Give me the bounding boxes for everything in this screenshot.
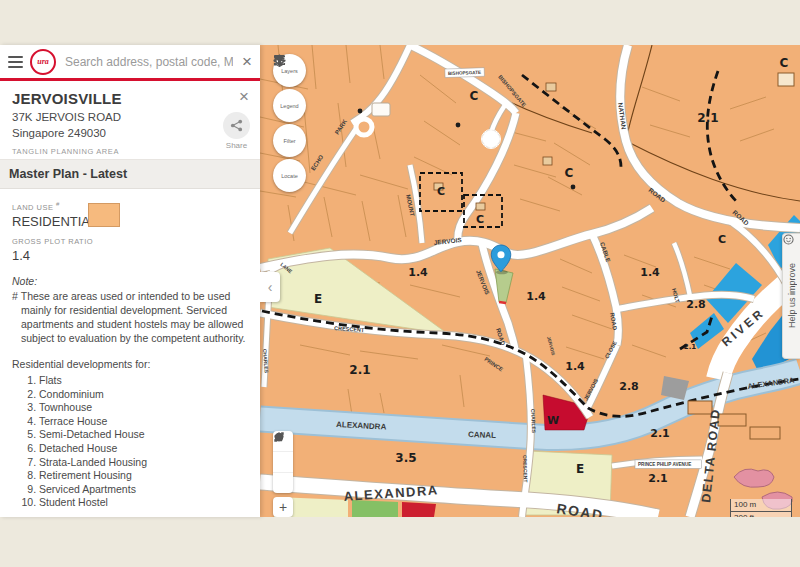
development-item: Terrace House [39, 415, 248, 427]
svg-text:2.8: 2.8 [686, 298, 706, 311]
svg-text:2.1: 2.1 [650, 427, 670, 440]
share-button[interactable]: Share [223, 112, 250, 150]
scale-imperial: 300 ft [730, 512, 792, 517]
developments-block: Residential developments for: FlatsCondo… [12, 358, 248, 508]
map-canvas[interactable]: JERVOISBISHOPSGATEBISHOPSGATENATHANROADR… [260, 45, 800, 517]
smiley-icon [783, 234, 794, 245]
sidebar: ura × JERVOISVILLE × 37K JERVOIS ROAD Si… [0, 45, 260, 517]
development-item: Student Hostel [39, 496, 248, 508]
svg-text:E: E [314, 292, 322, 306]
locate-button[interactable]: Locate [273, 159, 306, 192]
development-item: Townhouse [39, 401, 248, 413]
circle-icon [273, 431, 285, 443]
development-item: Detached House [39, 442, 248, 454]
svg-text:1.4: 1.4 [565, 360, 585, 373]
svg-text:C: C [780, 56, 789, 70]
property-address-line1: 37K JERVOIS ROAD [12, 110, 248, 126]
planning-area-label: TANGLIN PLANNING AREA [12, 147, 248, 156]
note-block: Note: # These are areas used or intended… [12, 275, 248, 347]
zoom-in-button[interactable]: + [273, 497, 293, 517]
development-list: FlatsCondominiumTownhouseTerrace HouseSe… [12, 374, 248, 508]
svg-text:C: C [476, 213, 484, 226]
card-close-icon[interactable]: × [239, 88, 249, 105]
development-item: Condominium [39, 388, 248, 400]
section-title: Master Plan - Latest [0, 159, 260, 189]
map-control-column: Layers Legend Filter [273, 54, 306, 192]
property-address-line2: Singapore 249030 [12, 126, 248, 142]
measure-tools [273, 431, 293, 493]
scale-bar: 100 m 300 ft [730, 499, 792, 517]
legend-button[interactable]: Legend [273, 89, 306, 122]
topbar: ura × [0, 45, 260, 78]
scale-metric: 100 m [730, 499, 792, 512]
note-text: # These are areas used or intended to be… [12, 290, 248, 346]
ura-logo: ura [30, 49, 56, 75]
search-clear-icon[interactable]: × [242, 53, 252, 70]
map-svg: JERVOISBISHOPSGATEBISHOPSGATENATHANROADR… [260, 45, 800, 517]
development-item: Strata-Landed Housing [39, 456, 248, 468]
plot-ratio-value: 1.4 [12, 248, 248, 263]
svg-text:2.8: 2.8 [619, 380, 639, 393]
svg-text:2.1: 2.1 [349, 363, 370, 377]
app-window: ura × JERVOISVILLE × 37K JERVOIS ROAD Si… [0, 45, 800, 517]
svg-text:C: C [437, 185, 445, 198]
note-heading: Note: [12, 275, 248, 289]
measure-area-button[interactable] [273, 451, 293, 472]
feedback-label: Help us improve [787, 263, 797, 328]
property-name: JERVOISVILLE [12, 90, 248, 107]
share-icon[interactable] [223, 112, 250, 139]
svg-text:1.4: 1.4 [640, 266, 660, 279]
locate-icon [273, 54, 286, 67]
filter-button[interactable]: Filter [273, 124, 306, 157]
land-use-swatch [88, 203, 120, 227]
measure-radius-button[interactable] [273, 472, 293, 493]
feedback-tab[interactable]: Help us improve [782, 233, 800, 359]
svg-text:PRINCE PHILIP AVENUE: PRINCE PHILIP AVENUE [638, 462, 691, 467]
svg-text:2.1: 2.1 [684, 343, 697, 351]
svg-text:1.4: 1.4 [526, 290, 546, 303]
search-input[interactable] [63, 54, 235, 70]
svg-text:C: C [565, 166, 574, 180]
land-use-value: RESIDENTIAL [12, 214, 248, 229]
svg-text:2.1: 2.1 [697, 111, 718, 125]
development-item: Semi-Detached House [39, 428, 248, 440]
menu-icon[interactable] [8, 53, 23, 71]
svg-text:E: E [576, 462, 584, 476]
svg-text:CANAL: CANAL [468, 430, 496, 440]
property-card: JERVOISVILLE × 37K JERVOIS ROAD Singapor… [0, 81, 260, 159]
svg-text:2.1: 2.1 [648, 472, 668, 485]
share-label: Share [223, 141, 250, 150]
developments-intro: Residential developments for: [12, 358, 248, 372]
development-item: Flats [39, 374, 248, 386]
svg-text:C: C [470, 89, 479, 103]
sidebar-collapse-button[interactable]: ‹ [260, 272, 280, 302]
land-use-label: LAND USE # [12, 201, 248, 212]
plan-details-panel[interactable]: LAND USE # RESIDENTIAL GROSS PLOT RATIO … [0, 189, 260, 517]
plot-ratio-label: GROSS PLOT RATIO [12, 237, 248, 246]
svg-text:W: W [547, 414, 559, 427]
svg-text:1.4: 1.4 [408, 266, 428, 279]
svg-text:CRESCENT: CRESCENT [522, 455, 529, 483]
svg-text:C: C [718, 233, 726, 246]
page: ura × JERVOISVILLE × 37K JERVOIS ROAD Si… [0, 0, 800, 567]
development-item: Serviced Apartments [39, 483, 248, 495]
development-item: Retirement Housing [39, 469, 248, 481]
svg-text:3.5: 3.5 [395, 451, 416, 465]
